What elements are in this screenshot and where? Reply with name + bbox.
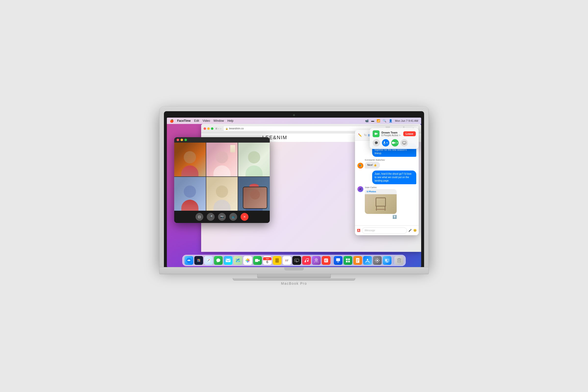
svg-point-41 (286, 261, 286, 262)
battery-icon: ▬ (371, 119, 374, 122)
notif-mic-btn[interactable]: ▼ (382, 139, 389, 146)
svg-point-15 (188, 260, 189, 261)
ft-video-btn[interactable]: 📷 (218, 213, 226, 221)
dock-music[interactable] (302, 256, 311, 265)
svg-rect-57 (356, 258, 360, 263)
dock-finder[interactable] (184, 256, 193, 265)
msg-row-konstantin: 🎭 Konstantin Babichev Nice! 👍 (358, 159, 416, 168)
forward-arrow[interactable]: › (220, 127, 221, 130)
ft-maximize-btn[interactable] (184, 139, 187, 141)
macbook-base (233, 278, 355, 280)
leave-button[interactable]: Leave (403, 131, 416, 136)
ft-present-btn[interactable]: 📺 (229, 213, 237, 221)
dock-podcasts[interactable] (312, 256, 321, 265)
konstantin-avatar: 🎭 (358, 163, 363, 168)
notif-chat-btn[interactable] (373, 139, 380, 146)
photo-content (365, 194, 397, 214)
ft-screenshare-btn[interactable]: ⊡ (196, 213, 203, 221)
dock-safari[interactable] (204, 256, 213, 265)
svg-point-19 (198, 259, 199, 260)
maximize-button[interactable] (211, 128, 214, 130)
dock-messages[interactable] (214, 256, 223, 265)
photo-header: 6 Photos (365, 189, 397, 194)
dock-maps[interactable]: 🗺️ (234, 256, 242, 265)
dock-keynote[interactable] (334, 256, 342, 265)
tab-grid-icon[interactable]: ⊞ (215, 127, 217, 130)
dock-pages[interactable] (353, 256, 362, 265)
svg-rect-32 (226, 259, 230, 262)
msg-bubble-in-1: Nice! 👍 (365, 162, 380, 168)
svg-rect-6 (376, 209, 386, 210)
dock-appstore[interactable] (363, 256, 372, 265)
svg-rect-5 (385, 206, 386, 211)
dock-mail[interactable] (224, 256, 232, 265)
ft-close-btn[interactable] (177, 139, 179, 141)
share-icon[interactable]: ⬆️ (365, 215, 397, 219)
lock-icon: 🔒 (226, 128, 228, 130)
dock: 🗺️ (182, 255, 406, 266)
facetime-window: ⊡ 🎤 📷 📺 ✕ (174, 137, 270, 223)
dock-photos[interactable] (243, 256, 252, 265)
svg-rect-7 (374, 133, 376, 135)
messages-list: We've been trying to get designs togethe… (355, 141, 419, 226)
dock-appletv[interactable] (292, 256, 301, 265)
svg-point-38 (285, 258, 289, 262)
menu-window[interactable]: Window (214, 119, 224, 122)
menu-video[interactable]: Video (202, 119, 210, 122)
macbook-label: MacBook Pro (159, 282, 429, 286)
dock-launchpad[interactable] (194, 256, 203, 265)
close-button[interactable] (204, 128, 206, 130)
dock-trash[interactable] (395, 256, 404, 265)
juan-name: Juan Carlos (365, 186, 397, 189)
dock-news[interactable] (322, 256, 330, 265)
apple-logo-icon[interactable]: 🍎 (170, 119, 174, 123)
svg-rect-3 (376, 206, 386, 206)
camera (293, 114, 295, 116)
menu-edit[interactable]: Edit (194, 119, 199, 122)
dock-system-prefs[interactable] (373, 256, 382, 265)
svg-point-24 (197, 261, 198, 262)
new-compose-icon[interactable]: ✏️ (358, 133, 362, 137)
msg-input-bar: 🅰️ iMessage 🎤 😊 (355, 226, 419, 235)
svg-rect-43 (294, 259, 299, 262)
menu-help[interactable]: Help (227, 119, 234, 122)
dock-reminders[interactable] (282, 256, 291, 265)
svg-rect-2 (385, 198, 386, 206)
search-icon[interactable]: 🔍 (383, 119, 386, 122)
svg-rect-61 (357, 262, 358, 262)
attachment-icon[interactable]: 🅰️ (357, 229, 360, 232)
msg-input[interactable]: iMessage (362, 227, 407, 234)
dock-notes[interactable] (273, 256, 282, 265)
svg-rect-53 (346, 258, 348, 260)
macbook-body: 🍎 FaceTime Edit Video Window Help 📹 ▬ 📶 (159, 106, 429, 267)
ft-mute-btn[interactable]: 🎤 (207, 213, 214, 221)
bubble-text-2: Juan, how'd the shoot go? I'd love to se… (372, 170, 416, 184)
macbook-notch (284, 268, 304, 270)
app-name[interactable]: FaceTime (177, 119, 190, 122)
ft-end-btn[interactable]: ✕ (240, 213, 248, 221)
svg-rect-1 (376, 198, 376, 206)
dock-calendar[interactable]: JUN 6 (263, 256, 272, 265)
notif-text: Dream Team 6 People Active > (382, 131, 403, 137)
facetime-cell-2 (206, 142, 238, 176)
dock-numbers[interactable] (344, 256, 352, 265)
emoji-icon[interactable]: 😊 (413, 229, 417, 232)
svg-point-21 (197, 260, 198, 261)
facetime-cell-5 (206, 177, 238, 211)
imessage-placeholder: iMessage (364, 229, 375, 232)
back-arrow[interactable]: ‹ (218, 127, 219, 130)
audio-icon[interactable]: 🎤 (408, 229, 412, 232)
msg-row-juan: JC Juan Carlos 6 Photos (358, 186, 416, 219)
notif-video-btn[interactable]: ▼ (391, 139, 398, 146)
svg-rect-4 (376, 206, 377, 211)
svg-point-20 (199, 259, 200, 260)
dock-separator-2 (393, 257, 393, 264)
dock-screentime[interactable] (383, 256, 392, 265)
ft-minimize-btn[interactable] (180, 139, 183, 141)
notif-controls: ▼ ▼ (373, 139, 416, 146)
facetime-controls: ⊡ 🎤 📷 📺 ✕ (174, 211, 270, 223)
minimize-button[interactable] (207, 128, 210, 130)
svg-point-18 (197, 259, 198, 260)
dock-facetime[interactable] (253, 256, 262, 265)
notif-screen-btn[interactable] (400, 139, 408, 146)
